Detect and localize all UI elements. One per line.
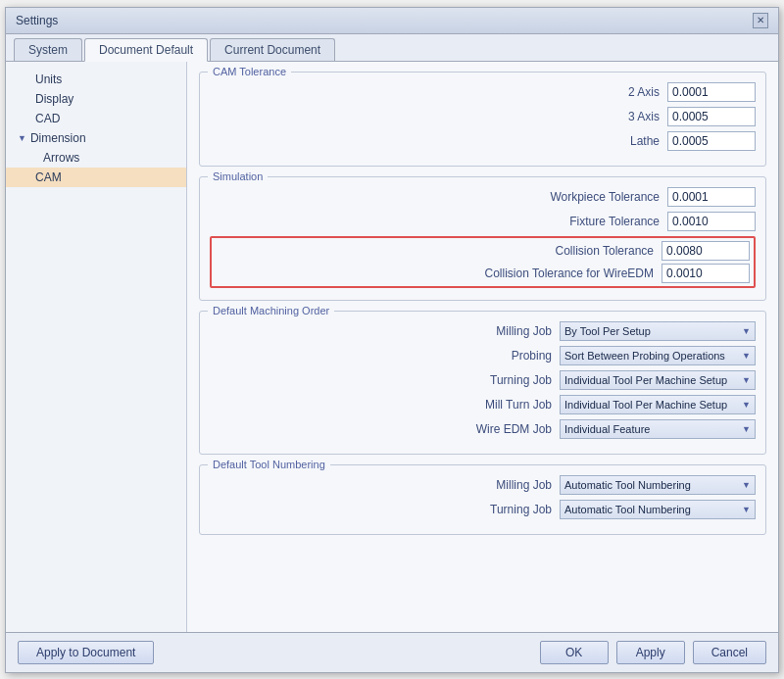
milling-job-label: Milling Job — [496, 324, 552, 338]
tab-bar: System Document Default Current Document — [6, 34, 778, 62]
fixture-label: Fixture Tolerance — [569, 215, 660, 228]
milling-job-dropdown[interactable]: By Tool Per Setup ▼ — [560, 321, 756, 341]
tab-current-document[interactable]: Current Document — [210, 38, 335, 61]
apply-button[interactable]: Apply — [616, 641, 685, 664]
cam-tolerance-section: CAM Tolerance 2 Axis 3 Axis Lathe — [199, 72, 766, 167]
field-row-collision-wire: Collision Tolerance for WireEDM — [216, 264, 750, 283]
ok-button[interactable]: OK — [540, 641, 609, 664]
collision-wire-label: Collision Tolerance for WireEDM — [485, 267, 655, 280]
tool-numbering-fields: Milling Job Automatic Tool Numbering ▼ T… — [200, 473, 765, 534]
2axis-label: 2 Axis — [628, 85, 660, 99]
title-bar: Settings ✕ — [6, 8, 778, 34]
probing-row: Probing Sort Between Probing Operations … — [210, 346, 756, 365]
footer: Apply to Document OK Apply Cancel — [6, 632, 778, 672]
tool-milling-dropdown[interactable]: Automatic Tool Numbering ▼ — [560, 475, 756, 495]
tab-document-default[interactable]: Document Default — [84, 38, 208, 62]
field-row-fixture: Fixture Tolerance — [210, 212, 756, 231]
sidebar: Units Display CAD ▼ Dimension Arrows CAM — [6, 62, 187, 632]
machining-title: Default Machining Order — [208, 305, 334, 316]
simulation-title: Simulation — [208, 170, 268, 182]
field-row-2axis: 2 Axis — [210, 82, 756, 102]
collision-highlighted-group: Collision Tolerance Collision Tolerance … — [210, 236, 756, 288]
turning-job-arrow-icon: ▼ — [742, 375, 751, 385]
apply-to-document-button[interactable]: Apply to Document — [18, 641, 154, 664]
3axis-label: 3 Axis — [628, 110, 660, 123]
field-row-lathe: Lathe — [210, 131, 756, 151]
turning-job-dropdown[interactable]: Individual Tool Per Machine Setup ▼ — [560, 370, 756, 390]
simulation-fields: Workpiece Tolerance Fixture Tolerance Co… — [200, 185, 765, 300]
sidebar-item-cad[interactable]: CAD — [6, 109, 186, 128]
sidebar-item-cam[interactable]: CAM — [6, 168, 186, 187]
turning-job-value: Individual Tool Per Machine Setup — [564, 374, 727, 386]
tool-numbering-section: Default Tool Numbering Milling Job Autom… — [199, 464, 766, 535]
fixture-input[interactable] — [667, 212, 756, 231]
2axis-input[interactable] — [667, 82, 756, 102]
sidebar-item-units[interactable]: Units — [6, 70, 186, 89]
footer-left: Apply to Document — [18, 641, 154, 664]
workpiece-input[interactable] — [667, 187, 756, 207]
field-row-3axis: 3 Axis — [210, 107, 756, 126]
close-button[interactable]: ✕ — [753, 13, 768, 28]
field-row-collision: Collision Tolerance — [216, 241, 750, 261]
wire-edm-job-row: Wire EDM Job Individual Feature ▼ — [210, 419, 756, 439]
milling-job-value: By Tool Per Setup — [564, 325, 651, 337]
cam-tolerance-fields: 2 Axis 3 Axis Lathe — [200, 80, 765, 166]
probing-dropdown[interactable]: Sort Between Probing Operations ▼ — [560, 346, 756, 365]
cancel-button[interactable]: Cancel — [693, 641, 766, 664]
workpiece-label: Workpiece Tolerance — [550, 190, 660, 204]
tool-milling-label: Milling Job — [496, 478, 552, 492]
probing-label: Probing — [512, 349, 552, 363]
collision-label: Collision Tolerance — [556, 244, 655, 258]
wire-edm-label: Wire EDM Job — [476, 422, 552, 436]
cam-tolerance-title: CAM Tolerance — [208, 66, 291, 77]
sidebar-item-arrows[interactable]: Arrows — [6, 148, 186, 168]
tool-turning-row: Turning Job Automatic Tool Numbering ▼ — [210, 500, 756, 519]
main-content: CAM Tolerance 2 Axis 3 Axis Lathe — [187, 62, 778, 632]
mill-turn-job-row: Mill Turn Job Individual Tool Per Machin… — [210, 395, 756, 414]
wire-edm-value: Individual Feature — [564, 423, 650, 435]
mill-turn-job-value: Individual Tool Per Machine Setup — [564, 399, 727, 411]
turning-job-row: Turning Job Individual Tool Per Machine … — [210, 370, 756, 390]
tool-turning-dropdown[interactable]: Automatic Tool Numbering ▼ — [560, 500, 756, 519]
sidebar-item-display[interactable]: Display — [6, 89, 186, 109]
dialog-title: Settings — [16, 14, 58, 27]
lathe-input[interactable] — [667, 131, 756, 151]
tool-turning-value: Automatic Tool Numbering — [564, 504, 691, 515]
footer-right: OK Apply Cancel — [540, 641, 766, 664]
tool-numbering-title: Default Tool Numbering — [208, 459, 330, 470]
tool-milling-value: Automatic Tool Numbering — [564, 479, 691, 491]
field-row-workpiece: Workpiece Tolerance — [210, 187, 756, 207]
sidebar-item-dimension[interactable]: ▼ Dimension — [6, 128, 186, 148]
milling-job-arrow-icon: ▼ — [742, 326, 751, 336]
collision-input[interactable] — [662, 241, 750, 261]
lathe-label: Lathe — [630, 134, 660, 148]
sidebar-group-label: Dimension — [30, 131, 86, 145]
mill-turn-job-label: Mill Turn Job — [485, 398, 552, 412]
mill-turn-job-dropdown[interactable]: Individual Tool Per Machine Setup ▼ — [560, 395, 756, 414]
probing-arrow-icon: ▼ — [742, 351, 751, 361]
content-area: Units Display CAD ▼ Dimension Arrows CAM… — [6, 62, 778, 632]
wire-edm-arrow-icon: ▼ — [742, 424, 751, 434]
tab-system[interactable]: System — [14, 38, 82, 61]
collision-wire-input[interactable] — [662, 264, 750, 283]
expand-arrow-icon: ▼ — [18, 133, 26, 143]
3axis-input[interactable] — [667, 107, 756, 126]
simulation-section: Simulation Workpiece Tolerance Fixture T… — [199, 176, 766, 301]
wire-edm-dropdown[interactable]: Individual Feature ▼ — [560, 419, 756, 439]
turning-job-label: Turning Job — [490, 373, 552, 387]
mill-turn-job-arrow-icon: ▼ — [742, 400, 751, 410]
settings-dialog: Settings ✕ System Document Default Curre… — [5, 7, 779, 673]
tool-turning-label: Turning Job — [490, 503, 552, 516]
machining-fields: Milling Job By Tool Per Setup ▼ Probing … — [200, 319, 765, 454]
machining-order-section: Default Machining Order Milling Job By T… — [199, 311, 766, 455]
tool-turning-arrow-icon: ▼ — [742, 505, 751, 514]
probing-value: Sort Between Probing Operations — [564, 350, 725, 362]
tool-milling-arrow-icon: ▼ — [742, 480, 751, 490]
